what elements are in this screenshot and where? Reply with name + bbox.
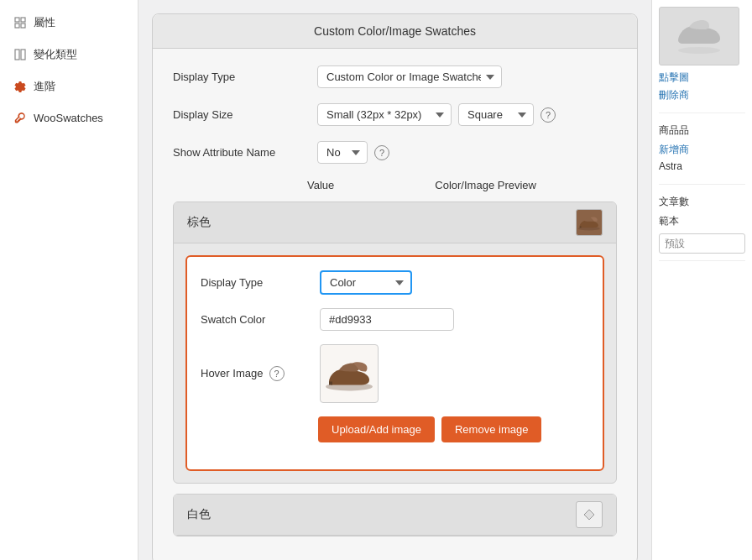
svg-rect-0 — [15, 18, 19, 22]
delete-link[interactable]: 刪除商 — [659, 88, 745, 102]
grid-icon — [13, 48, 27, 61]
sidebar-item-attributes[interactable]: 屬性 — [0, 7, 138, 39]
display-size-select[interactable]: Small (32px * 32px) — [317, 103, 452, 126]
svg-rect-3 — [21, 24, 25, 28]
display-type-row: Display Type Custom Color or Image Swatc… — [173, 65, 617, 88]
hover-image-row: Hover Image ? — [201, 344, 589, 403]
right-panel-product-image — [659, 7, 739, 65]
sidebar-label-variation: 變化類型 — [34, 47, 77, 62]
main-content: Custom Color/Image Swatches Display Type… — [138, 0, 651, 560]
sidebar-label-advanced: 進階 — [34, 79, 55, 94]
sample-label: 範本 — [659, 214, 745, 228]
col-header-value: Value — [307, 179, 334, 191]
display-size-help-icon[interactable]: ? — [540, 107, 556, 123]
preset-input[interactable] — [659, 233, 745, 254]
brown-swatch-title: 棕色 — [187, 215, 211, 230]
white-swatch-thumbnail — [576, 501, 603, 528]
right-panel-article-section: 文章數 範本 — [659, 195, 745, 261]
click-link[interactable]: 點擊圖 — [659, 71, 745, 85]
show-attribute-label: Show Attribute Name — [173, 146, 307, 159]
brown-swatch-thumbnail — [576, 209, 603, 236]
white-swatch-section: 白色 — [173, 494, 617, 536]
right-panel-product-section: 商品品 新增商 Astra — [659, 123, 745, 185]
display-type-select[interactable]: Custom Color or Image Swatches — [317, 65, 502, 88]
outer-card-body: Display Type Custom Color or Image Swatc… — [153, 49, 637, 560]
right-panel: 點擊圖 刪除商 商品品 新增商 Astra 文章數 範本 — [651, 0, 752, 560]
outer-card-header: Custom Color/Image Swatches — [153, 14, 637, 49]
upload-image-button[interactable]: Upload/Add image — [318, 416, 435, 442]
card-title: Custom Color/Image Swatches — [314, 24, 476, 38]
sidebar-item-wooswatches[interactable]: WooSwatches — [0, 102, 138, 133]
swatch-color-label: Swatch Color — [201, 313, 310, 326]
image-buttons-row: Upload/Add image Remove image — [318, 416, 589, 442]
white-swatch-header: 白色 — [174, 495, 616, 536]
display-size-label: Display Size — [173, 108, 307, 121]
astra-label: Astra — [659, 160, 745, 172]
svg-point-8 — [678, 47, 720, 54]
swatch-color-row: Swatch Color — [201, 308, 589, 331]
add-product-link[interactable]: 新增商 — [659, 143, 745, 157]
inner-display-type-row: Display Type Color — [201, 270, 589, 295]
brown-swatch-section: 棕色 Display Typ — [173, 201, 617, 484]
sidebar-label-attributes: 屬性 — [34, 15, 55, 30]
show-attribute-controls: No ? — [317, 141, 617, 164]
display-size-controls: Small (32px * 32px) Square ? — [317, 103, 617, 126]
hover-image-label: Hover Image ? — [201, 366, 310, 381]
col-headers: Value Color/Image Preview — [173, 179, 617, 191]
svg-rect-1 — [21, 18, 25, 22]
remove-image-button[interactable]: Remove image — [441, 416, 541, 442]
table-icon — [13, 16, 27, 29]
wrench-icon — [13, 111, 27, 124]
svg-rect-2 — [15, 24, 19, 28]
article-label: 文章數 — [659, 195, 745, 209]
brown-inner-card: Display Type Color Swatch Color Hover Im — [185, 255, 604, 471]
display-shape-select[interactable]: Square — [458, 103, 534, 126]
hover-image-preview — [320, 344, 379, 403]
show-attribute-row: Show Attribute Name No ? — [173, 141, 617, 164]
svg-rect-5 — [21, 50, 25, 60]
inner-display-type-label: Display Type — [201, 276, 310, 289]
sidebar: 屬性 變化類型 進階 WooSwatches — [0, 0, 138, 560]
hover-image-help-icon[interactable]: ? — [269, 366, 285, 381]
display-type-label: Display Type — [173, 71, 307, 83]
svg-rect-4 — [15, 50, 19, 60]
sidebar-label-wooswatches: WooSwatches — [34, 112, 103, 124]
show-attribute-help-icon[interactable]: ? — [374, 145, 389, 160]
white-swatch-title: 白色 — [187, 507, 211, 522]
right-panel-image-section: 點擊圖 刪除商 — [659, 7, 745, 113]
display-size-row: Display Size Small (32px * 32px) Square … — [173, 103, 617, 126]
inner-display-type-select[interactable]: Color — [320, 270, 412, 295]
show-attribute-select[interactable]: No — [317, 141, 368, 164]
sidebar-item-advanced[interactable]: 進階 — [0, 71, 138, 102]
outer-card: Custom Color/Image Swatches Display Type… — [152, 13, 638, 560]
col-header-preview: Color/Image Preview — [435, 179, 536, 191]
product-label: 商品品 — [659, 123, 745, 138]
gear-icon — [13, 80, 27, 93]
brown-swatch-header: 棕色 — [174, 202, 616, 243]
swatch-color-input[interactable] — [320, 308, 454, 331]
display-type-controls: Custom Color or Image Swatches — [317, 65, 617, 88]
sidebar-item-variation[interactable]: 變化類型 — [0, 39, 138, 71]
